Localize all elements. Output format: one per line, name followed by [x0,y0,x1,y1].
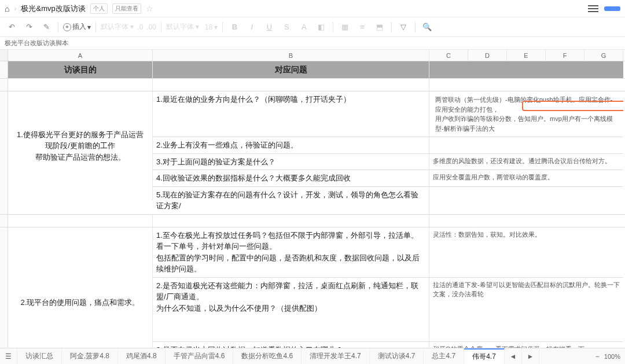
titlebar: ⌂ › 极光&mvp改版访谈 个人 只能查看 ☆ [0,0,625,17]
question-cell[interactable]: 1.至今在极光上有投放过任务吗？包括但不限于内部弹窗，外部引导，拉活单。看一下单… [153,227,429,277]
goal-cell[interactable]: 1.使得极光平台更好的服务于产品运营 现阶段/更前瞻的工作 帮助验证产品运营的想… [8,91,153,200]
toolbar: ↶ ↷ ✎ + 插入 ▾ 默认字体 ▾ .0 .00 默认字体 ▾ 18 ▾ B… [0,17,625,37]
star-icon[interactable]: ☆ [146,4,153,13]
col-header[interactable]: A [8,50,153,61]
table-row [0,79,625,91]
header-question[interactable]: 对应问题 [153,61,429,78]
formula-bar[interactable]: 极光平台改版访谈脚本 [0,37,625,50]
col-header[interactable]: G [584,50,623,61]
doc-title: 极光&mvp改版访谈 [21,3,85,14]
header-goal[interactable]: 访谈目的 [8,61,153,78]
col-header[interactable]: D [468,50,507,61]
format-painter-button[interactable]: ✎ [39,20,53,34]
badge-readonly: 只能查看 [112,3,141,14]
grid-body[interactable]: 访谈目的 对应问题 1.使得极光平台更好的服务于产品运营 现阶段/更前瞻的工作 … [0,61,625,348]
decimal-inc[interactable]: .00 [146,23,156,31]
font-name[interactable]: 默认字体 ▾ [166,22,199,32]
table-row [0,215,625,227]
undo-button[interactable]: ↶ [5,20,19,34]
fill-color-button[interactable]: ◧ [314,20,328,34]
hamburger-icon[interactable] [588,3,598,14]
merge-button[interactable]: ⬒ [373,20,387,34]
note-cell[interactable] [429,187,623,214]
font-color-button[interactable]: A [297,20,311,34]
spreadsheet-grid: A B C D E F G 访谈目的 对应问题 1.使得极光平台更好的服务于产品… [0,50,625,348]
font-family-select[interactable]: 默认字体 ▾ [101,22,134,32]
question-cell[interactable]: 2.业务上有没有一些难点，待验证的问题。 [153,137,429,153]
align-button[interactable]: ≡ [355,20,369,34]
filter-button[interactable]: ▽ [396,20,410,34]
header-notes[interactable] [429,61,623,78]
question-cell[interactable]: 4.回收验证效果的数据指标是什么？大概要多久能完成回收 [153,170,429,186]
question-cell[interactable]: 3.是否在极光上回收过数据，知道看数据的入口在哪儿？ 如何筛选任务数据。数据漏斗… [153,342,429,348]
table-header-row: 访谈目的 对应问题 [0,61,625,79]
table-row: 2.现平台的使用问题，痛点和需求。 1.至今在极光上有投放过任务吗？包括但不限于… [0,227,625,348]
question-cell[interactable]: 1.最近在做的业务方向是什么？（闲聊唠嗑，打开话夹子） [153,91,429,137]
plus-icon: + [63,23,71,31]
col-header[interactable]: B [153,50,429,61]
sheet-tab[interactable]: 测试访谈4.7 [370,348,424,364]
home-icon[interactable]: ⌂ [5,4,9,13]
sheet-tab[interactable]: 总主4.7 [424,348,464,364]
note-cell[interactable] [429,137,623,153]
badge-personal: 个人 [90,3,108,14]
italic-button[interactable]: I [245,20,259,34]
goal-cell[interactable]: 2.现平台的使用问题，痛点和需求。 [8,227,153,348]
sheet-tab[interactable]: 数据分析吃鱼4.6 [233,348,302,364]
col-header[interactable]: C [429,50,468,61]
col-header[interactable]: F [546,50,584,61]
sheet-tab-bar: ☰ 访谈汇总 阿金,菠萝4.8 鸡尾酒4.8 手管产品向雷4.6 数据分析吃鱼4… [0,348,625,364]
breadcrumb-sep: › [14,5,16,13]
borders-button[interactable]: ▦ [338,20,352,34]
column-headers: A B C D E F G [0,50,625,61]
sheet-tab[interactable]: 清理开发羊王4.7 [302,348,370,364]
sheet-tab[interactable]: 鸡尾酒4.8 [118,348,166,364]
note-cell[interactable]: 多维度的风险数据，还没有建设。通过腾讯会议后台传给对方。 [429,154,623,170]
tabs-next-button[interactable]: ► [522,348,539,364]
chevron-down-icon: ▾ [87,23,91,31]
note-cell[interactable]: 两管联动（第一优先级）-电脑的变化push给手机。应用宝合作-应用安全的能力打包… [429,91,623,137]
table-row: 1.使得极光平台更好的服务于产品运营 现阶段/更前瞻的工作 帮助验证产品运营的想… [0,91,625,215]
underline-button[interactable]: U [262,20,276,34]
bold-button[interactable]: B [227,20,241,34]
question-cell[interactable]: 2.是否知道极光还有这些能力：内部弹窗，拉活，桌面红点刷新，纯通知栏，联盟/厂商… [153,278,429,341]
decimal-dec[interactable]: .0 [137,23,143,31]
note-cell[interactable]: 和牙Q的重合合度——看下需求问伟哥。找布锴看一下 一般没什么变化，很少看数据 1… [429,342,623,348]
question-cell[interactable]: 3.对于上面问题的验证方案是什么？ [153,154,429,170]
search-button[interactable]: 🔍 [420,20,434,34]
font-size[interactable]: 18 ▾ [203,23,218,31]
zoom-out-button[interactable]: − [595,352,600,361]
sheet-tab[interactable]: 阿金,菠萝4.8 [62,348,118,364]
sheets-menu-button[interactable]: ☰ [0,348,17,364]
insert-button[interactable]: + 插入 ▾ [63,22,91,32]
sheet-tab-active[interactable]: 伟哥4.7 [464,348,505,364]
select-all-corner[interactable] [0,50,8,61]
tabs-prev-button[interactable]: ◄ [505,348,522,364]
zoom-level: 100% [604,353,620,360]
share-button[interactable] [604,6,620,11]
redo-button[interactable]: ↷ [22,20,36,34]
question-cell[interactable]: 5.现在的验证方案存在的问题有什么？设计，开发，测试，领导的角色怎么看验证方案/ [153,187,429,214]
sheet-tab[interactable]: 访谈汇总 [17,348,62,364]
strike-button[interactable]: S [280,20,293,34]
note-cell[interactable]: 拉活的通道下发-希望可以更智能去匹配目标的沉默用户。轮换一下文案，没办法看轮 [429,278,623,341]
note-cell[interactable]: 应用安全覆盖用户数，两管联动的覆盖度。 [429,170,623,186]
note-cell[interactable]: 灵活性：数据告知，获知。对比效果。 [429,227,623,277]
col-header[interactable]: E [507,50,546,61]
formula-value: 极光平台改版访谈脚本 [5,39,68,47]
sheet-tab[interactable]: 手管产品向雷4.6 [166,348,234,364]
